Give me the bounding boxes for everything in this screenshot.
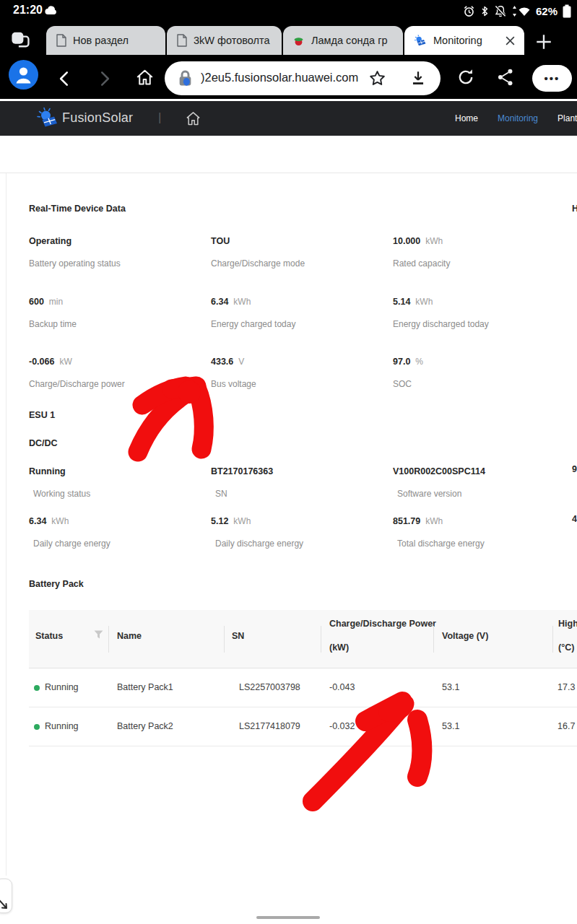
table-row: Running Battery Pack2 LS2177418079 -0.03… <box>29 707 577 746</box>
header-divider: | <box>158 110 161 125</box>
col-power-line2: (kW) <box>329 642 349 653</box>
cell-status: Running <box>45 721 79 731</box>
metric-unit: kWh <box>425 236 443 246</box>
tab-label: Нов раздел <box>73 35 129 46</box>
nav-home[interactable]: Home <box>455 113 478 123</box>
metric-unit: min <box>49 297 63 307</box>
metric-value: 5.12 <box>211 516 228 526</box>
col-power-line1: Charge/Discharge Power <box>329 619 436 629</box>
fusionsolar-favicon <box>414 35 427 47</box>
column-separator <box>552 626 553 653</box>
browser-chrome: 21:20 62% <box>0 0 577 99</box>
metric-label: Charge/Discharge power <box>29 379 125 389</box>
battery-pack-table: Status Name SN Charge/Discharge Power (k… <box>29 610 577 746</box>
fusionsolar-header: FusionSolar | Home Monitoring Plant <box>0 101 577 136</box>
url-bar[interactable]: )2eu5.fusionsolar.huawei.com <box>165 61 441 95</box>
metric-value: 6.34 <box>29 516 46 526</box>
col-status: Status <box>35 631 63 641</box>
tab-new-section[interactable]: Нов раздел <box>46 26 165 55</box>
column-separator <box>224 626 225 653</box>
metric-unit: % <box>415 357 423 367</box>
site-home-icon[interactable] <box>185 110 201 127</box>
tab-switcher-button[interactable] <box>9 31 34 50</box>
share-icon[interactable] <box>495 67 516 87</box>
nav-monitoring[interactable]: Monitoring <box>498 113 538 123</box>
metric-value: Running <box>29 466 66 476</box>
historical-data-link-clipped[interactable]: H <box>572 204 577 214</box>
metric-value: V100R002C00SPC114 <box>393 466 485 476</box>
more-dots-icon: ••• <box>545 75 560 82</box>
metric-value: 6.34 <box>211 297 228 307</box>
metric-label: SOC <box>393 379 423 389</box>
cell-temp: 16.7 <box>558 721 575 731</box>
status-dot-green <box>34 724 40 730</box>
page-icon <box>176 34 187 47</box>
tab-label: Ламда сонда гр <box>311 35 388 46</box>
forward-button[interactable] <box>95 69 114 88</box>
metric-label: Charge/Discharge mode <box>211 258 305 269</box>
download-icon[interactable] <box>409 69 428 88</box>
screen: 21:20 62% <box>0 0 577 924</box>
metric-backup-time: 600min Backup time <box>29 295 77 329</box>
bookmark-star-icon[interactable] <box>368 69 387 88</box>
col-name: Name <box>117 631 142 641</box>
column-separator <box>433 626 434 653</box>
metric-value: -0.066 <box>29 357 54 367</box>
home-button[interactable] <box>134 67 155 88</box>
battery-percent: 62% <box>536 5 558 17</box>
filter-icon[interactable] <box>94 630 103 639</box>
section-title-realtime: Real-Time Device Data <box>29 204 126 214</box>
tab-monitoring-active[interactable]: Monitoring <box>404 26 524 55</box>
cell-name: Battery Pack1 <box>117 682 173 692</box>
metric-value: BT2170176363 <box>211 466 273 476</box>
new-tab-button[interactable] <box>534 32 553 51</box>
tab-3kw-photovoltaic[interactable]: 3kW фотоволта <box>167 26 282 55</box>
gesture-hint-bar <box>256 916 320 919</box>
metric-soc: 97.0% SOC <box>393 354 423 389</box>
cell-status: Running <box>45 682 79 692</box>
metric-value: 97.0 <box>393 357 410 367</box>
metric-value: Operating <box>29 236 71 246</box>
metric-software-version: V100R002C00SPC114 Software version <box>393 464 490 499</box>
metric-value: TOU <box>211 236 230 246</box>
cloud-notification-icon <box>45 5 57 15</box>
metric-label: SN <box>215 489 278 499</box>
metric-rated-capacity: 10.000kWh Rated capacity <box>393 234 450 269</box>
cell-power: -0.043 <box>329 682 355 692</box>
notifications-muted-icon <box>494 5 507 17</box>
section-title-esu: ESU 1 <box>29 410 55 420</box>
status-dot-green <box>34 685 40 691</box>
arrow-head-blob <box>178 380 201 404</box>
column-separator <box>321 626 321 653</box>
metric-battery-operating-status: Operating Battery operating status <box>29 234 121 269</box>
metric-esu-sn: BT2170176363 SN <box>211 464 278 499</box>
tab-close-icon[interactable] <box>503 35 517 46</box>
content-top-divider <box>0 173 577 173</box>
metric-label: Energy charged today <box>211 319 295 329</box>
refresh-button[interactable] <box>456 67 476 87</box>
tab-label: Monitoring <box>433 35 482 46</box>
metric-label: Working status <box>33 489 90 499</box>
metric-value: 5.14 <box>393 297 410 307</box>
metric-unit: kW <box>59 357 71 367</box>
cell-voltage: 53.1 <box>442 721 459 731</box>
tab-lambda-sonda[interactable]: Ламда сонда гр <box>283 26 403 55</box>
cell-sn: LS2257003798 <box>239 682 300 692</box>
more-menu-button[interactable]: ••• <box>532 65 572 92</box>
bluetooth-icon <box>480 5 489 17</box>
nav-plant[interactable]: Plant <box>558 113 577 123</box>
metric-unit: kWh <box>233 516 251 526</box>
metric-label: Bus voltage <box>211 379 256 389</box>
profile-avatar[interactable] <box>9 60 38 90</box>
metric-value: 600 <box>29 297 44 307</box>
cell-voltage: 53.1 <box>442 682 459 692</box>
edge-panel-handle[interactable] <box>0 879 12 913</box>
android-status-bar: 21:20 62% <box>0 0 577 22</box>
back-button[interactable] <box>55 69 74 88</box>
metric-unit: kWh <box>233 297 251 307</box>
metric-label: Energy discharged today <box>393 319 489 329</box>
url-text: )2eu5.fusionsolar.huawei.com <box>201 71 367 84</box>
site-nav: Home Monitoring Plant <box>455 101 577 136</box>
metric-daily-discharge-energy: 5.12kWh Daily discharge energy <box>211 514 303 549</box>
cell-name: Battery Pack2 <box>117 721 173 731</box>
